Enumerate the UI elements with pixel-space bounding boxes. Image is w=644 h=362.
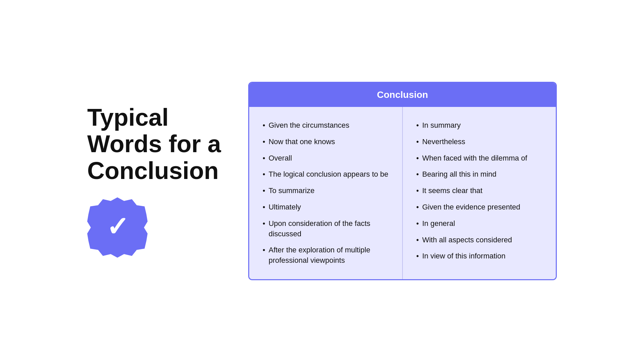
list-item: Given the circumstances (263, 120, 389, 131)
list-item: The logical conclusion appears to be (263, 169, 389, 180)
col1-list: Given the circumstances Now that one kno… (263, 120, 389, 266)
page-title: Typical Words for a Conclusion (87, 104, 228, 184)
list-item: Overall (263, 153, 389, 164)
conclusion-table: Conclusion Given the circumstances Now t… (248, 82, 557, 280)
list-item: Bearing all this in mind (416, 169, 542, 180)
table-col-1: Given the circumstances Now that one kno… (249, 107, 403, 279)
list-item: When faced with the dilemma of (416, 153, 542, 164)
table-body: Given the circumstances Now that one kno… (249, 107, 556, 279)
list-item: Upon consideration of the facts discusse… (263, 219, 389, 239)
col2-list: In summary Nevertheless When faced with … (416, 120, 542, 261)
list-item: After the exploration of multiple profes… (263, 245, 389, 266)
list-item: Given the evidence presented (416, 202, 542, 213)
checkmark-icon: ✓ (106, 211, 129, 242)
list-item: In view of this information (416, 251, 542, 261)
badge-shape: ✓ (87, 197, 148, 258)
list-item: To summarize (263, 186, 389, 196)
list-item: Nevertheless (416, 137, 542, 147)
list-item: It seems clear that (416, 186, 542, 196)
page-container: Typical Words for a Conclusion ✓ Conclus… (87, 82, 557, 280)
table-col-2: In summary Nevertheless When faced with … (403, 107, 556, 279)
list-item: Now that one knows (263, 137, 389, 147)
right-section: Conclusion Given the circumstances Now t… (248, 82, 557, 280)
badge-container: ✓ (87, 197, 228, 258)
table-header-text: Conclusion (377, 89, 428, 100)
list-item: In summary (416, 120, 542, 131)
table-header: Conclusion (249, 83, 556, 107)
list-item: Ultimately (263, 202, 389, 213)
verified-badge: ✓ (87, 197, 148, 258)
list-item: In general (416, 219, 542, 229)
left-section: Typical Words for a Conclusion ✓ (87, 104, 228, 258)
list-item: With all aspects considered (416, 235, 542, 245)
